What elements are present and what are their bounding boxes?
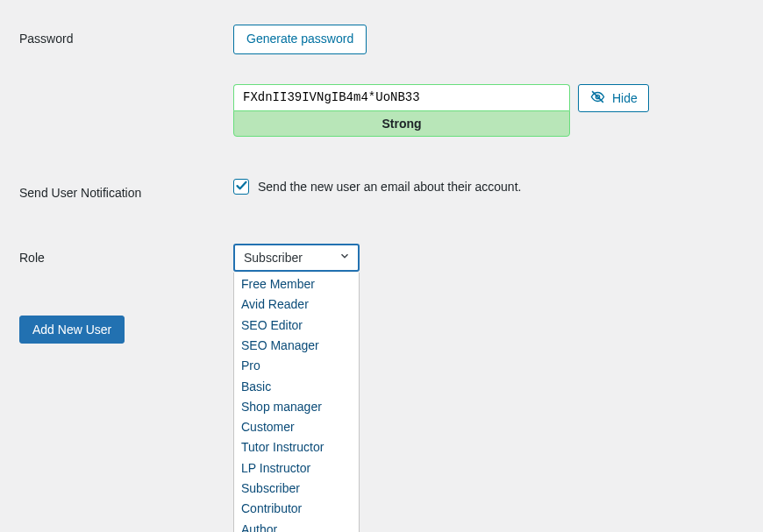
role-option[interactable]: Free Member (234, 274, 359, 294)
role-option[interactable]: Avid Reader (234, 294, 359, 315)
role-option[interactable]: Tutor Instructor (234, 437, 359, 458)
password-field: Generate password Strong Hide (233, 25, 744, 137)
eye-slash-icon (589, 89, 606, 107)
role-select[interactable]: Subscriber Free MemberAvid ReaderSEO Edi… (233, 244, 360, 272)
submit-row: Add New User (19, 316, 744, 344)
password-label: Password (19, 25, 233, 46)
password-input[interactable] (233, 84, 570, 110)
check-icon (235, 179, 248, 195)
password-input-group: Strong (233, 84, 570, 137)
role-option[interactable]: Author (234, 519, 359, 532)
role-selected-text: Subscriber (244, 251, 303, 265)
hide-password-button[interactable]: Hide (578, 84, 649, 112)
notification-checkbox-text: Send the new user an email about their a… (258, 180, 521, 194)
notification-checkbox[interactable] (233, 179, 249, 195)
role-option[interactable]: SEO Manager (234, 335, 359, 355)
role-dropdown: Free MemberAvid ReaderSEO EditorSEO Mana… (233, 273, 360, 532)
role-select-display[interactable]: Subscriber (233, 244, 360, 272)
password-row: Password Generate password Strong (19, 25, 744, 137)
password-input-wrap: Strong Hide (233, 84, 744, 137)
notification-field: Send the new user an email about their a… (233, 179, 744, 195)
add-new-user-button[interactable]: Add New User (19, 316, 125, 344)
notification-label: Send User Notification (19, 179, 233, 200)
role-option[interactable]: Basic (234, 376, 359, 396)
role-option[interactable]: LP Instructor (234, 458, 359, 478)
notification-checkbox-wrap: Send the new user an email about their a… (233, 179, 744, 195)
role-option[interactable]: Contributor (234, 499, 359, 519)
generate-password-button[interactable]: Generate password (233, 25, 367, 54)
role-option[interactable]: Shop manager (234, 396, 359, 416)
role-option[interactable]: Customer (234, 417, 359, 437)
role-option[interactable]: SEO Editor (234, 315, 359, 335)
role-label: Role (19, 244, 233, 265)
role-option[interactable]: Subscriber (234, 479, 359, 499)
password-strength: Strong (233, 110, 570, 137)
chevron-down-icon (339, 250, 351, 265)
password-input-row: Strong Hide (233, 84, 744, 137)
notification-row: Send User Notification Send the new user… (19, 179, 744, 200)
role-row: Role Subscriber Free MemberAvid ReaderSE… (19, 244, 744, 272)
role-option[interactable]: Pro (234, 356, 359, 376)
hide-button-label: Hide (612, 91, 638, 105)
role-field: Subscriber Free MemberAvid ReaderSEO Edi… (233, 244, 744, 272)
